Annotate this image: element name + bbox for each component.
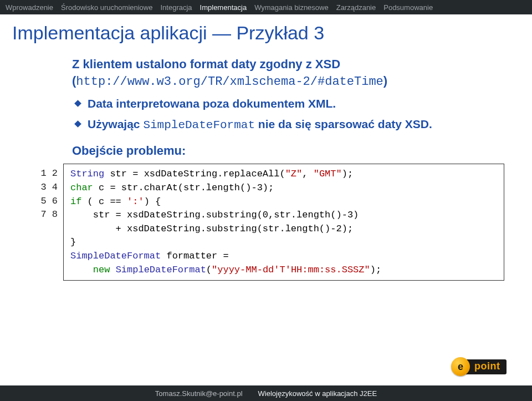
nav-item-2[interactable]: Integracja — [160, 3, 192, 12]
nav-item-0[interactable]: Wprowadzenie — [6, 3, 53, 12]
code-block: 1 2 3 4 5 6 7 8 String str = xsdDateStri… — [39, 164, 504, 281]
logo-badge: e — [451, 357, 470, 376]
lead-pre: Z klientem ustalono format daty zgodny z… — [72, 57, 340, 71]
logo-text: point — [464, 359, 507, 374]
slide-content: Z klientem ustalono format daty zgodny z… — [0, 56, 532, 281]
nav-item-3[interactable]: Implementacja — [200, 3, 247, 12]
code-content: String str = xsdDateString.replaceAll("Z… — [63, 164, 504, 281]
nav-item-4[interactable]: Wymagania biznesowe — [254, 3, 329, 12]
lead-close: ) — [383, 74, 387, 88]
lead-url: http://www.w3.org/TR/xmlschema-2/#dateTi… — [76, 75, 383, 89]
nav-item-6[interactable]: Podsumowanie — [383, 3, 433, 12]
bullet-0: Data interpretowana poza dokumentem XML. — [88, 95, 493, 112]
slide-title: Implementacja aplikacji — Przykład 3 — [0, 14, 532, 56]
bullet-1: Używając SimpleDateFormat nie da się spa… — [88, 116, 493, 134]
footer-title: Wielojęzykowość w aplikacjach J2EE — [258, 389, 377, 398]
subheading: Obejście problemu: — [72, 144, 493, 158]
top-nav: WprowadzenieŚrodowisko uruchomienioweInt… — [0, 0, 532, 14]
bullet-list: Data interpretowana poza dokumentem XML.… — [72, 95, 493, 134]
lead-text: Z klientem ustalono format daty zgodny z… — [72, 56, 493, 90]
footer-bar: Tomasz.Skutnik@e-point.pl Wielojęzykowoś… — [0, 385, 532, 401]
nav-item-5[interactable]: Zarządzanie — [336, 3, 376, 12]
nav-item-1[interactable]: Środowisko uruchomieniowe — [61, 3, 152, 12]
footer-email: Tomasz.Skutnik@e-point.pl — [155, 389, 243, 398]
code-line-numbers: 1 2 3 4 5 6 7 8 — [39, 164, 63, 281]
brand-logo: e point — [451, 356, 515, 378]
